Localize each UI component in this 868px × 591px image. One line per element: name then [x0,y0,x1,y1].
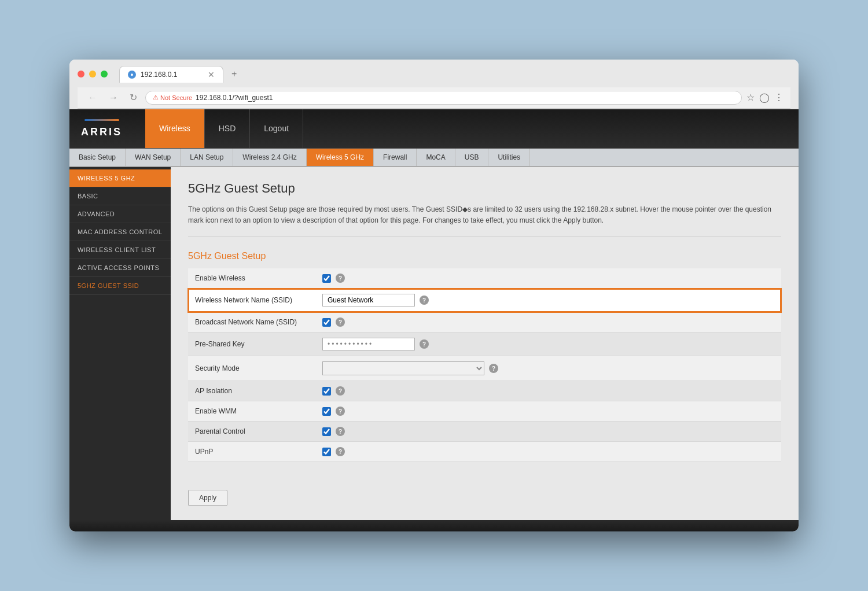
sidebar-item-mac-address[interactable]: MAC ADDRESS CONTROL [69,223,171,241]
table-row: Enable Wireless ? [188,268,781,289]
row-label: Security Mode [188,356,315,381]
main-layout: WIRELESS 5 GHZ BASIC ADVANCED MAC ADDRES… [69,167,799,520]
row-value: ? [315,381,781,401]
sidebar-item-client-list[interactable]: WIRELESS CLIENT LIST [69,241,171,259]
security-mode-select[interactable] [322,361,484,375]
sidebar-item-advanced[interactable]: ADVANCED [69,205,171,223]
tab-wan-setup[interactable]: WAN Setup [126,149,181,166]
row-value: ? [315,422,781,441]
row-label: Pre-Shared Key [188,333,315,356]
router-body: ARRIS Wireless HSD Logout Basic Setup WA… [69,109,799,531]
table-row: Enable WMM ? [188,401,781,422]
row-value: ? [315,442,781,461]
forward-button[interactable]: → [105,91,122,104]
table-row-ssid: Wireless Network Name (SSID) ? [188,289,781,312]
tab-moca[interactable]: MoCA [417,149,455,166]
row-label: Broadcast Network Name (SSID) [188,312,315,333]
browser-titlebar: ● 192.168.0.1 ✕ + ← → ↻ ⚠ Not Secure 192… [69,60,799,109]
tab-firewall[interactable]: Firewall [374,149,417,166]
ap-isolation-checkbox[interactable] [322,387,331,396]
settings-form: Enable Wireless ? Wireless Network Name … [188,268,781,462]
arris-swoosh [84,119,119,126]
apply-button[interactable]: Apply [188,490,227,506]
content-area: 5GHz Guest Setup The options on this Gue… [171,167,799,520]
tab-label: 192.168.0.1 [141,71,177,79]
router-header: ARRIS Wireless HSD Logout [69,109,799,149]
row-value: ? [315,333,781,356]
minimize-dot[interactable] [89,71,96,77]
table-row: Pre-Shared Key ? [188,333,781,356]
sidebar-item-wireless-5ghz[interactable]: WIRELESS 5 GHZ [69,169,171,187]
back-button[interactable]: ← [84,91,101,104]
psk-input[interactable] [322,338,415,350]
tab-close-button[interactable]: ✕ [208,70,215,79]
upnp-help[interactable]: ? [336,447,345,456]
tab-basic-setup[interactable]: Basic Setup [69,149,126,166]
address-input[interactable]: ⚠ Not Secure 192.168.0.1/?wifi_guest1 [145,91,742,105]
tab-lan-setup[interactable]: LAN Setup [181,149,233,166]
ssid-input[interactable] [322,294,415,306]
top-nav: Wireless HSD Logout [145,109,303,148]
browser-tab[interactable]: ● 192.168.0.1 ✕ [119,66,223,83]
url-display: 192.168.0.1/?wifi_guest1 [196,94,273,102]
tab-utilities[interactable]: Utilities [488,149,530,166]
router-footer [69,520,799,531]
sidebar: WIRELESS 5 GHZ BASIC ADVANCED MAC ADDRES… [69,167,171,520]
sidebar-item-access-points[interactable]: ACTIVE ACCESS POINTS [69,259,171,277]
sidebar-item-basic[interactable]: BASIC [69,187,171,205]
tab-favicon: ● [128,71,136,79]
table-row: AP Isolation ? [188,381,781,401]
arris-brand-text: ARRIS [81,126,122,138]
ssid-value: ? [315,289,781,312]
tab-wireless-24ghz[interactable]: Wireless 2.4 GHz [233,149,306,166]
parental-control-checkbox[interactable] [322,427,331,436]
upnp-checkbox[interactable] [322,448,331,456]
security-mode-help[interactable]: ? [489,364,498,373]
broadcast-ssid-checkbox[interactable] [322,318,331,327]
ap-isolation-help[interactable]: ? [336,386,345,396]
wmm-checkbox[interactable] [322,407,331,416]
row-label: AP Isolation [188,381,315,401]
page-title: 5GHz Guest Setup [188,181,781,196]
tab-usb[interactable]: USB [455,149,489,166]
not-secure-indicator: ⚠ Not Secure [153,94,192,101]
broadcast-ssid-help[interactable]: ? [336,317,345,327]
maximize-dot[interactable] [101,71,108,77]
nav-tab-hsd[interactable]: HSD [205,109,251,148]
table-row: Broadcast Network Name (SSID) ? [188,312,781,333]
row-label: Enable WMM [188,401,315,422]
row-value: ? [315,401,781,421]
menu-icon[interactable]: ⋮ [774,92,784,103]
page-description: The options on this Guest Setup page are… [188,204,781,237]
table-row: UPnP ? [188,442,781,462]
address-bar: ← → ↻ ⚠ Not Secure 192.168.0.1/?wifi_gue… [78,87,790,109]
parental-control-help[interactable]: ? [336,427,345,436]
row-label: Enable Wireless [188,268,315,289]
browser-controls: ● 192.168.0.1 ✕ + [78,65,790,83]
psk-help[interactable]: ? [420,339,429,349]
account-icon[interactable]: ◯ [759,92,770,103]
bookmark-icon[interactable]: ☆ [746,92,755,103]
enable-wireless-checkbox[interactable] [322,274,331,283]
tab-wireless-5ghz[interactable]: Wireless 5 GHz [307,149,374,166]
nav-tab-logout[interactable]: Logout [250,109,303,148]
nav-tab-wireless[interactable]: Wireless [145,109,205,148]
ssid-help[interactable]: ? [420,296,429,305]
section-title: 5GHz Guest Setup [188,251,781,261]
new-tab-button[interactable]: + [226,65,242,83]
row-value: ? [315,312,781,332]
warning-icon: ⚠ [153,94,159,101]
enable-wireless-help[interactable]: ? [336,274,345,283]
secondary-nav: Basic Setup WAN Setup LAN Setup Wireless… [69,149,799,167]
row-label: Parental Control [188,422,315,442]
wmm-help[interactable]: ? [336,407,345,416]
browser-window: ● 192.168.0.1 ✕ + ← → ↻ ⚠ Not Secure 192… [69,60,799,531]
row-label: UPnP [188,442,315,462]
sidebar-item-guest-ssid[interactable]: 5GHZ GUEST SSID [69,277,171,295]
arris-logo: ARRIS [81,119,122,138]
table-row: Parental Control ? [188,422,781,442]
row-value: ? [315,268,781,288]
table-row: Security Mode ? [188,356,781,381]
reload-button[interactable]: ↻ [126,91,141,104]
close-dot[interactable] [78,71,84,77]
